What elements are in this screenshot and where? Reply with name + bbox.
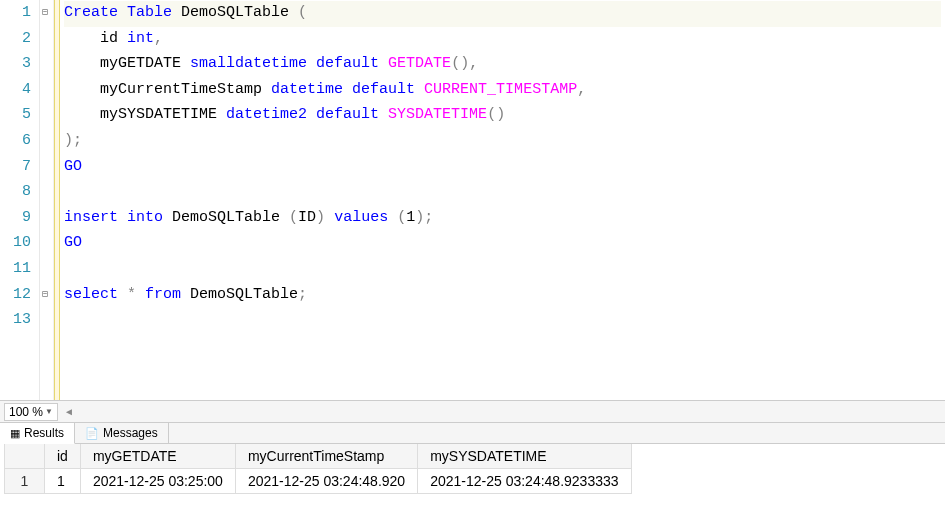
line-number: 8 (4, 180, 31, 206)
line-number: 3 (4, 52, 31, 78)
chevron-down-icon: ▼ (45, 407, 53, 416)
code-area[interactable]: Create Table DemoSQLTable ( id int, myGE… (60, 0, 945, 400)
zoom-level: 100 % (9, 405, 43, 419)
code-line[interactable]: Create Table DemoSQLTable ( (64, 1, 941, 27)
code-line[interactable]: insert into DemoSQLTable (ID) values (1)… (64, 206, 941, 232)
code-line[interactable]: id int, (64, 27, 941, 53)
column-header[interactable]: id (45, 444, 81, 469)
cell[interactable]: 2021-12-25 03:25:00 (80, 469, 235, 494)
code-line[interactable]: select * from DemoSQLTable; (64, 283, 941, 309)
line-number: 1 (4, 1, 31, 27)
cell[interactable]: 1 (45, 469, 81, 494)
zoom-dropdown[interactable]: 100 % ▼ (4, 403, 58, 421)
line-number: 7 (4, 155, 31, 181)
results-tab-bar: ▦ Results 📄 Messages (0, 422, 945, 444)
cell[interactable]: 2021-12-25 03:24:48.920 (235, 469, 417, 494)
line-number: 13 (4, 308, 31, 334)
code-line[interactable] (64, 180, 941, 206)
corner-cell (5, 444, 45, 469)
code-line[interactable]: GO (64, 231, 941, 257)
code-line[interactable]: myCurrentTimeStamp datetime default CURR… (64, 78, 941, 104)
tab-messages-label: Messages (103, 426, 158, 440)
line-number: 10 (4, 231, 31, 257)
sql-editor[interactable]: 12345678910111213 ⊟⊟ Create Table DemoSQ… (0, 0, 945, 400)
column-header[interactable]: myGETDATE (80, 444, 235, 469)
fold-toggle-icon[interactable]: ⊟ (42, 282, 48, 308)
line-number: 12 (4, 283, 31, 309)
line-number: 6 (4, 129, 31, 155)
line-number: 4 (4, 78, 31, 104)
scroll-left-icon[interactable]: ◄ (64, 406, 74, 417)
row-number[interactable]: 1 (5, 469, 45, 494)
column-header[interactable]: myCurrentTimeStamp (235, 444, 417, 469)
code-line[interactable]: GO (64, 155, 941, 181)
messages-icon: 📄 (85, 427, 99, 440)
tab-messages[interactable]: 📄 Messages (75, 423, 169, 443)
line-number: 11 (4, 257, 31, 283)
line-number: 9 (4, 206, 31, 232)
tab-results-label: Results (24, 426, 64, 440)
grid-icon: ▦ (10, 427, 20, 440)
line-number: 5 (4, 103, 31, 129)
code-line[interactable]: mySYSDATETIME datetime2 default SYSDATET… (64, 103, 941, 129)
code-line[interactable] (64, 308, 941, 334)
fold-gutter[interactable]: ⊟⊟ (40, 0, 54, 400)
cell[interactable]: 2021-12-25 03:24:48.9233333 (418, 469, 631, 494)
fold-toggle-icon[interactable]: ⊟ (42, 0, 48, 26)
column-header[interactable]: mySYSDATETIME (418, 444, 631, 469)
code-line[interactable] (64, 257, 941, 283)
line-number-gutter: 12345678910111213 (0, 0, 40, 400)
results-header-row: id myGETDATE myCurrentTimeStamp mySYSDAT… (5, 444, 632, 469)
code-line[interactable]: myGETDATE smalldatetime default GETDATE(… (64, 52, 941, 78)
tab-results[interactable]: ▦ Results (0, 423, 75, 444)
zoom-bar: 100 % ▼ ◄ (0, 400, 945, 422)
table-row[interactable]: 1 1 2021-12-25 03:25:00 2021-12-25 03:24… (5, 469, 632, 494)
code-line[interactable]: ); (64, 129, 941, 155)
results-grid[interactable]: id myGETDATE myCurrentTimeStamp mySYSDAT… (0, 444, 945, 494)
results-table[interactable]: id myGETDATE myCurrentTimeStamp mySYSDAT… (4, 444, 632, 494)
line-number: 2 (4, 27, 31, 53)
